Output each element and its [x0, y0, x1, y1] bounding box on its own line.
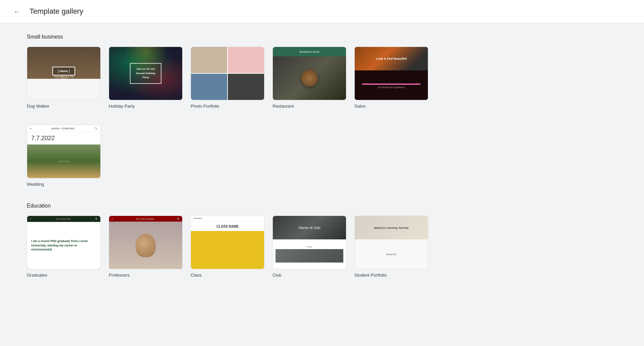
salon-bottom: A Full Service Experience: [355, 70, 428, 100]
template-card-club[interactable]: Name of club Focus Club: [273, 216, 346, 278]
template-thumbnail-professors: ≡ Prof. Sam Goodwell 🔍: [109, 216, 183, 269]
template-name-club: Club: [273, 273, 346, 278]
class-nav-bar: Overview: [191, 216, 264, 222]
template-thumbnail-dog-walker: [ Name ] Dog Walking & Pet Sitting: [27, 47, 101, 100]
club-body: Focus: [273, 239, 346, 269]
section-small-business-row2: ≡ JASON + COURTNEY 🔍 7.7.2022 couple pho…: [27, 125, 443, 187]
template-thumbnail-restaurant: [Restaurant Name]: [273, 47, 346, 100]
club-img-row: [276, 249, 343, 263]
template-thumbnail-class: Overview CLASS NAME: [191, 216, 264, 269]
professors-nav-icon: ≡: [112, 218, 113, 220]
page-title: Template gallery: [30, 7, 83, 16]
template-name-salon: Salon: [354, 104, 428, 109]
template-card-dog-walker[interactable]: [ Name ] Dog Walking & Pet Sitting Dog W…: [27, 47, 101, 109]
section-education: Education ≡ Tina Smith, PhD 🔍 I am a rec…: [27, 203, 443, 278]
sp-title: [Name]'s Learning Journey: [374, 226, 409, 229]
photo-cell-4: [228, 74, 264, 100]
template-name-restaurant: Restaurant: [273, 104, 346, 109]
template-card-wedding[interactable]: ≡ JASON + COURTNEY 🔍 7.7.2022 couple pho…: [27, 125, 101, 187]
class-name-section: CLASS NAME: [191, 222, 264, 232]
salon-top-img: Look & Feel Beautiful: [355, 47, 428, 70]
restaurant-food-img: [273, 56, 346, 100]
club-focus-label: Focus: [307, 246, 312, 248]
class-body: [191, 232, 264, 269]
template-card-graduates[interactable]: ≡ Tina Smith, PhD 🔍 I am a recent PhD gr…: [27, 216, 101, 278]
graduates-body-text: I am a recent PhD graduate from Lorem Un…: [27, 222, 100, 269]
template-name-photo-portfolio: Photo Portfolio: [191, 104, 264, 109]
graduates-nav-icon: ≡: [30, 218, 31, 220]
club-header: Name of club: [273, 216, 346, 239]
template-name-student-portfolio: Student Portfolio: [354, 273, 428, 278]
sp-body: About Me: [355, 239, 428, 269]
wedding-couple-img: couple photo: [27, 145, 100, 178]
wedding-names: JASON + COURTNEY: [51, 127, 75, 130]
template-card-holiday-party[interactable]: Join us for our Annual Holiday Party Hol…: [109, 47, 183, 109]
section-title-education: Education: [27, 203, 443, 209]
template-name-wedding: Wedding: [27, 182, 101, 187]
template-name-graduates: Graduates: [27, 273, 101, 278]
template-card-salon[interactable]: Look & Feel Beautiful A Full Service Exp…: [354, 47, 428, 109]
template-thumbnail-salon: Look & Feel Beautiful A Full Service Exp…: [354, 47, 428, 100]
template-name-professors: Professors: [109, 273, 183, 278]
restaurant-name-bar: [Restaurant Name]: [273, 47, 346, 56]
photo-cell-1: [191, 47, 227, 73]
section-title-small-business: Small business: [27, 34, 443, 40]
dog-walker-sub: Dog Walking & Pet: [54, 75, 74, 78]
salon-pink-bar: [362, 83, 420, 85]
template-thumbnail-graduates: ≡ Tina Smith, PhD 🔍 I am a recent PhD gr…: [27, 216, 101, 269]
template-card-professors[interactable]: ≡ Prof. Sam Goodwell 🔍 Professors: [109, 216, 183, 278]
graduates-search-icon: 🔍: [95, 218, 98, 220]
back-icon: ←: [13, 8, 20, 15]
section-small-business: Small business [ Name ] Dog Walking & Pe…: [27, 34, 443, 109]
holiday-text: Join us for our Annual Holiday Party: [130, 63, 161, 84]
template-grid-small-business: [ Name ] Dog Walking & Pet Sitting Dog W…: [27, 47, 443, 109]
graduates-nav: ≡ Tina Smith, PhD 🔍: [27, 216, 100, 222]
template-name-dog-walker: Dog Walker: [27, 104, 101, 109]
wedding-date: 7.7.2022: [27, 132, 100, 145]
template-thumbnail-wedding: ≡ JASON + COURTNEY 🔍 7.7.2022 couple pho…: [27, 125, 101, 178]
template-card-restaurant[interactable]: [Restaurant Name] Restaurant: [273, 47, 346, 109]
template-thumbnail-holiday: Join us for our Annual Holiday Party: [109, 47, 183, 100]
photo-cell-2: [228, 47, 264, 73]
sp-body-text: About Me: [386, 253, 396, 255]
template-thumbnail-photo: [191, 47, 264, 100]
wedding-nav-icon: ≡: [30, 127, 31, 130]
template-grid-education: ≡ Tina Smith, PhD 🔍 I am a recent PhD gr…: [27, 216, 443, 278]
back-button[interactable]: ←: [11, 5, 23, 17]
professors-name: Prof. Sam Goodwell: [136, 218, 154, 220]
dog-walker-sub2: Sitting: [60, 78, 67, 80]
wedding-search-icon: 🔍: [95, 127, 98, 130]
template-thumbnail-club: Name of club Focus: [273, 216, 346, 269]
sp-header: [Name]'s Learning Journey: [355, 216, 428, 239]
photo-cell-3: [191, 74, 227, 100]
template-name-class: Class: [191, 273, 264, 278]
template-grid-wedding: ≡ JASON + COURTNEY 🔍 7.7.2022 couple pho…: [27, 125, 443, 187]
food-circle: [301, 70, 318, 86]
template-thumbnail-student-portfolio: [Name]'s Learning Journey About Me: [354, 216, 428, 269]
app-header: ← Template gallery: [0, 0, 644, 23]
graduates-name: Tina Smith, PhD: [56, 218, 70, 220]
template-card-photo-portfolio[interactable]: Photo Portfolio: [191, 47, 264, 109]
professors-face: [136, 234, 156, 257]
professors-nav: ≡ Prof. Sam Goodwell 🔍: [109, 216, 182, 222]
template-card-student-portfolio[interactable]: [Name]'s Learning Journey About Me Stude…: [354, 216, 428, 278]
professors-photo: [109, 222, 182, 269]
wedding-nav: ≡ JASON + COURTNEY 🔍: [27, 125, 100, 132]
professors-search-icon: 🔍: [177, 218, 180, 220]
template-card-class[interactable]: Overview CLASS NAME Class: [191, 216, 264, 278]
template-name-holiday-party: Holiday Party: [109, 104, 183, 109]
dog-walker-name: [ Name ]: [52, 67, 75, 75]
